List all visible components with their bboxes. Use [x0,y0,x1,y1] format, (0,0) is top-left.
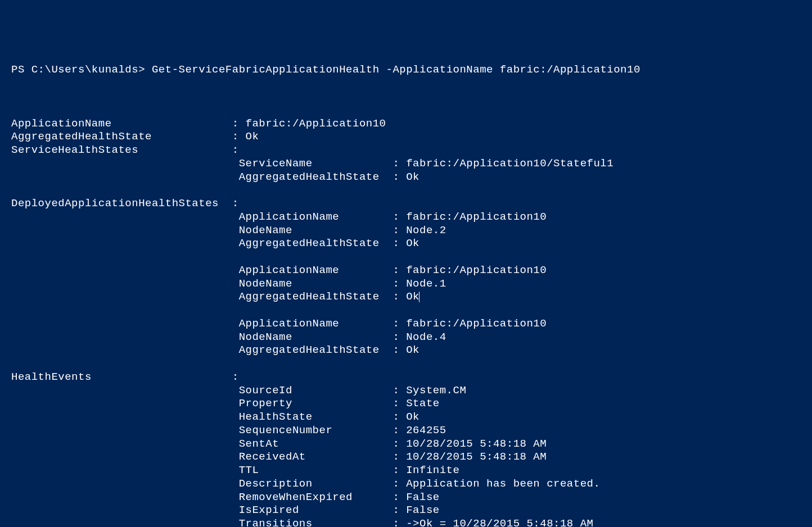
output-line: IsExpired : False [11,504,801,517]
output-line: ApplicationName : fabric:/Application10 [11,117,801,131]
text-cursor [419,292,419,302]
output-line: HealthEvents : [11,371,801,384]
output-line [11,251,801,264]
output-line: TTL : Infinite [11,464,801,478]
output-line: ReceivedAt : 10/28/2015 5:48:18 AM [11,451,801,464]
output-line: AggregatedHealthState : Ok [11,344,801,357]
output-line: AggregatedHealthState : Ok [11,290,801,304]
output-line: HealthState : Ok [11,411,801,424]
output-line: DeployedApplicationHealthStates : [11,197,801,211]
output-line: AggregatedHealthState : Ok [11,171,801,184]
output-line [11,357,801,371]
output-line: NodeName : Node.4 [11,331,801,344]
output-line: ServiceHealthStates : [11,144,801,157]
output-line: Transitions : ->Ok = 10/28/2015 5:48:18 … [11,517,801,527]
output-line: Property : State [11,397,801,411]
output-line: ApplicationName : fabric:/Application10 [11,264,801,278]
output-line [11,304,801,317]
output-line: SourceId : System.CM [11,384,801,398]
output-line: AggregatedHealthState : Ok [11,237,801,251]
output-line: Description : Application has been creat… [11,478,801,491]
output-block: ApplicationName : fabric:/Application10A… [11,117,801,528]
command-text: Get-ServiceFabricApplicationHealth -Appl… [152,63,640,76]
output-line: NodeName : Node.1 [11,278,801,291]
output-line: NodeName : Node.2 [11,224,801,238]
output-line: ServiceName : fabric:/Application10/Stat… [11,157,801,171]
output-line [11,184,801,197]
prompt-prefix: PS C:\Users\kunalds> [11,63,152,76]
output-line: ApplicationName : fabric:/Application10 [11,317,801,331]
command-prompt-line[interactable]: PS C:\Users\kunalds> Get-ServiceFabricAp… [11,63,801,77]
output-line: RemoveWhenExpired : False [11,491,801,505]
output-line: AggregatedHealthState : Ok [11,130,801,144]
output-line: SequenceNumber : 264255 [11,424,801,438]
output-line: SentAt : 10/28/2015 5:48:18 AM [11,438,801,451]
output-line: ApplicationName : fabric:/Application10 [11,211,801,224]
